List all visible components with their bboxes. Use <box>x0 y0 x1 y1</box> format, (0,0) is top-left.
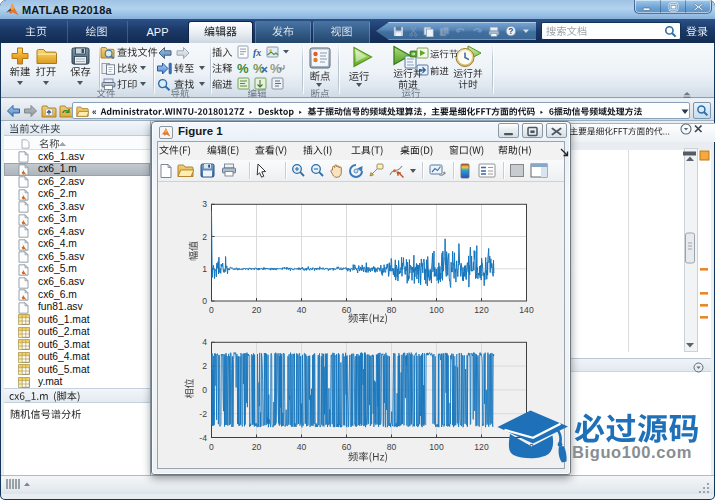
svg-text:80: 80 <box>387 305 397 315</box>
svg-text:0: 0 <box>209 442 214 452</box>
svg-text:40: 40 <box>297 305 307 315</box>
svg-text:%: % <box>237 61 249 75</box>
svg-text:60: 60 <box>342 305 352 315</box>
svg-text:0: 0 <box>202 296 207 306</box>
svg-text:4: 4 <box>202 337 207 347</box>
svg-text:2: 2 <box>202 232 207 242</box>
svg-text:60: 60 <box>342 442 352 452</box>
svg-text:140: 140 <box>519 442 534 452</box>
svg-text:120: 120 <box>474 305 489 315</box>
svg-text:2: 2 <box>202 361 207 371</box>
svg-text:3: 3 <box>202 199 207 209</box>
svg-text:20: 20 <box>252 305 262 315</box>
svg-text:?: ? <box>509 26 514 36</box>
svg-text:80: 80 <box>387 442 397 452</box>
svg-text:0: 0 <box>209 305 214 315</box>
svg-text:100: 100 <box>429 305 444 315</box>
svg-text:fx: fx <box>253 47 261 58</box>
svg-text:-4: -4 <box>199 433 207 443</box>
svg-text:140: 140 <box>519 305 534 315</box>
svg-text:40: 40 <box>297 442 307 452</box>
svg-text:20: 20 <box>252 442 262 452</box>
svg-text:0: 0 <box>202 385 207 395</box>
svg-text:-2: -2 <box>199 409 207 419</box>
svg-text:120: 120 <box>474 442 489 452</box>
svg-text:100: 100 <box>429 442 444 452</box>
svg-text:1: 1 <box>202 264 207 274</box>
